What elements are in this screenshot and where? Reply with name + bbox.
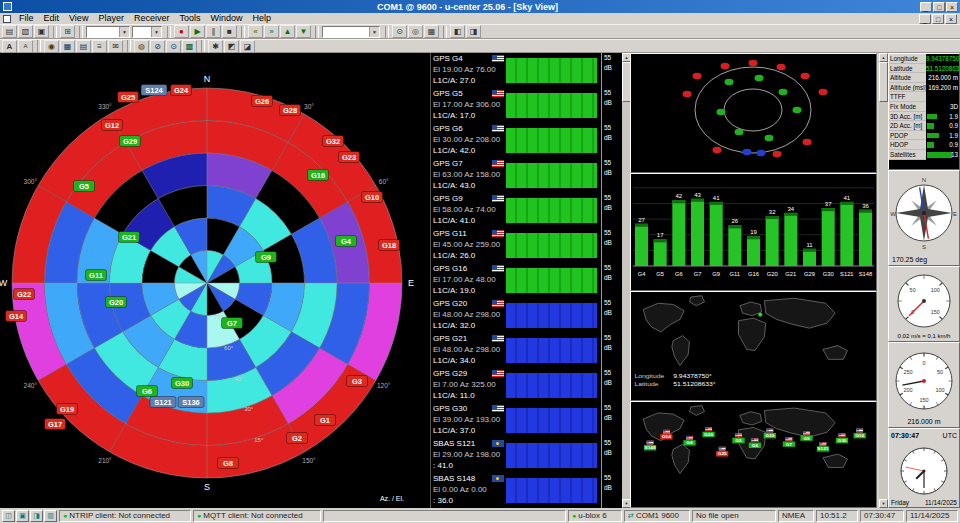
info-value: 9.94378750° xyxy=(926,54,959,64)
scale-max-label: 55 xyxy=(604,403,622,413)
constellation-satellite-dot xyxy=(721,63,730,69)
map-view-button[interactable]: ▩ xyxy=(182,40,197,53)
dock-toggle-4-button[interactable]: ▥ xyxy=(44,510,57,522)
status-receiver-type: ●u-blox 6 xyxy=(568,510,622,522)
menu-item-view[interactable]: View xyxy=(64,13,93,24)
menu-item-receiver[interactable]: Receiver xyxy=(129,13,175,24)
autocenter-button[interactable]: ⊙ xyxy=(392,25,407,38)
docked-views-scrollbar[interactable]: ▲ ▼ xyxy=(879,53,888,508)
constellation-view-panel xyxy=(630,53,877,173)
status-text: NMEA xyxy=(782,511,805,520)
dock-right-button[interactable]: ◨ xyxy=(466,25,481,38)
sky-satellite-label: G19 xyxy=(57,404,78,415)
satellite-info: GPS G21El 48.00 Az 298.00L1C/A: 34.0 xyxy=(431,333,506,368)
menu-item-file[interactable]: File xyxy=(14,13,39,24)
mdi-close-button[interactable]: × xyxy=(945,14,957,24)
menu-item-edit[interactable]: Edit xyxy=(39,13,65,24)
bar-category-label: G21 xyxy=(785,271,796,277)
signal-bar xyxy=(822,208,835,266)
scrollbar-thumb[interactable] xyxy=(879,62,888,102)
minimize-button[interactable]: _ xyxy=(920,2,932,12)
save-file-button[interactable]: ▣ xyxy=(34,25,49,38)
play-button[interactable]: ▶ xyxy=(190,25,205,38)
jump-start-button[interactable]: ▲ xyxy=(280,25,295,38)
new-file-button[interactable]: ▤ xyxy=(2,25,17,38)
scroll-down-icon[interactable]: ▼ xyxy=(622,499,630,508)
scrollbar-thumb[interactable] xyxy=(622,62,630,102)
azimuth-label: 30° xyxy=(304,103,314,110)
svg-text:G25: G25 xyxy=(121,93,135,102)
deviation-map-button[interactable]: ⊘ xyxy=(150,40,165,53)
mdi-restore-button[interactable]: □ xyxy=(932,14,944,24)
constellation-satellite-dot xyxy=(683,91,692,97)
menu-bar: FileEditViewPlayerReceiverToolsWindowHel… xyxy=(0,13,960,24)
print-button[interactable]: ⊞ xyxy=(60,25,75,38)
dock-toggle-2-button[interactable]: ▣ xyxy=(16,510,29,522)
font-increase-button[interactable]: A xyxy=(2,40,17,53)
toolbar-separator xyxy=(53,26,57,38)
full-screen-button[interactable]: ◪ xyxy=(240,40,255,53)
menu-item-help[interactable]: Help xyxy=(247,13,276,24)
scale-unit-label: dB xyxy=(604,413,622,423)
message-inspector-button[interactable]: ✉ xyxy=(108,40,123,53)
scale-unit-label: dB xyxy=(604,448,622,458)
chevron-down-icon[interactable]: ▼ xyxy=(369,27,379,37)
maximize-button[interactable]: □ xyxy=(933,2,945,12)
sky-satellite-label: G2 xyxy=(287,433,308,444)
messages-view-button[interactable]: ▦ xyxy=(60,40,75,53)
svg-text:G3: G3 xyxy=(352,377,362,386)
baudrate-combo[interactable]: ▼ xyxy=(132,26,162,38)
docking-button[interactable]: ◩ xyxy=(224,40,239,53)
stop-button[interactable]: ■ xyxy=(222,25,237,38)
playback-speed-combo[interactable]: ▼ xyxy=(322,26,380,38)
svg-text:G7: G7 xyxy=(786,442,793,447)
chart-view-button[interactable]: ◍ xyxy=(134,40,149,53)
scroll-up-icon[interactable]: ▲ xyxy=(622,53,630,62)
jump-end-button[interactable]: ▼ xyxy=(296,25,311,38)
satellite-list-scrollbar[interactable]: ▲ ▼ xyxy=(622,53,630,508)
info-row: TTFF xyxy=(889,92,959,102)
db-scale: 55dB xyxy=(601,193,622,228)
mdi-minimize-button[interactable]: _ xyxy=(919,14,931,24)
step-backward-button[interactable]: « xyxy=(248,25,263,38)
generation-combo[interactable]: ▼ xyxy=(86,26,130,38)
zoom-fit-button[interactable]: ◎ xyxy=(408,25,423,38)
constellation-satellite-dot xyxy=(735,129,744,135)
grid-toggle-button[interactable]: ▦ xyxy=(424,25,439,38)
snapshot-button[interactable]: ◉ xyxy=(44,40,59,53)
record-button[interactable]: ● xyxy=(174,25,189,38)
step-forward-button[interactable]: » xyxy=(264,25,279,38)
satellite-list-panel: GPS G4El 19.00 Az 76.00L1C/A: 27.055dBGP… xyxy=(430,53,630,508)
toolbar-separator xyxy=(127,40,131,52)
packet-console-button[interactable]: ▤ xyxy=(76,40,91,53)
sky-satellite-label: G25 xyxy=(118,92,139,103)
sky-view-button[interactable]: ⊙ xyxy=(166,40,181,53)
close-button[interactable]: × xyxy=(946,2,958,12)
dock-left-button[interactable]: ◧ xyxy=(450,25,465,38)
scale-max-label: 55 xyxy=(604,193,622,203)
signal-bar xyxy=(728,225,741,266)
configuration-button[interactable]: ✱ xyxy=(208,40,223,53)
scroll-down-icon[interactable]: ▼ xyxy=(879,499,888,508)
svg-text:G19: G19 xyxy=(60,405,74,414)
satellite-entry: GPS G20El 48.00 Az 298.00L1C/A: 32.055dB xyxy=(431,298,622,333)
dock-toggle-3-button[interactable]: ◨ xyxy=(30,510,43,522)
heading-value: 170.25 deg xyxy=(892,256,927,264)
dock-toggle-1-button[interactable]: ◫ xyxy=(2,510,15,522)
satellite-name: GPS G29 xyxy=(433,368,467,379)
scale-max-label: 55 xyxy=(604,473,622,483)
text-console-button[interactable]: ≡ xyxy=(92,40,107,53)
font-decrease-button[interactable]: A xyxy=(18,40,33,53)
menu-item-player[interactable]: Player xyxy=(93,13,129,24)
open-file-button[interactable]: ▧ xyxy=(18,25,33,38)
db-scale: 55dB xyxy=(601,88,622,123)
db-scale: 55dB xyxy=(601,473,622,508)
chevron-down-icon[interactable]: ▼ xyxy=(119,27,129,37)
pause-button[interactable]: ∥ xyxy=(206,25,221,38)
menu-item-tools[interactable]: Tools xyxy=(174,13,205,24)
sky-satellite-label: G10 xyxy=(362,192,383,203)
menu-item-window[interactable]: Window xyxy=(205,13,247,24)
chevron-down-icon[interactable]: ▼ xyxy=(151,27,161,37)
scroll-up-icon[interactable]: ▲ xyxy=(879,53,888,62)
info-value: 13 xyxy=(926,150,959,160)
